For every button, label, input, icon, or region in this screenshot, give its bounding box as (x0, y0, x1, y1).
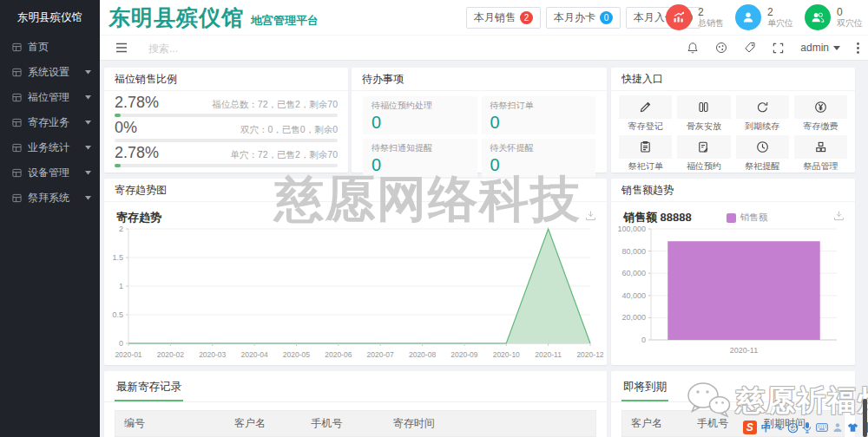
chevron-down-icon (85, 121, 91, 124)
chevron-down-icon (85, 196, 91, 199)
users-icon (805, 4, 831, 30)
sidebar-item-system-settings[interactable]: 系统设置 (0, 60, 100, 85)
deposit-trend-card: 寄存趋势图 寄存趋势 00.511.522020-012020-022020-0… (104, 179, 607, 365)
menu-grid-icon (12, 118, 22, 127)
svg-text:2020-01: 2020-01 (115, 350, 141, 359)
ratio-row-double: 0% 双穴：0，已售0，剩余0 (115, 117, 338, 142)
quick-sacrifice-reminder[interactable]: 祭祀提醒 (736, 135, 789, 173)
brand: 东明县殡仪馆 地宫管理平台 (108, 0, 319, 35)
svg-text:80,000: 80,000 (621, 247, 646, 256)
sidebar-item-worship-system[interactable]: 祭拜系统 (0, 186, 100, 211)
svg-text:2020-06: 2020-06 (325, 350, 352, 359)
sidebar-item-device-management[interactable]: 设备管理 (0, 160, 100, 186)
tab-latest-records[interactable]: 最新寄存记录 (115, 380, 183, 401)
keyboard-icon[interactable] (816, 423, 828, 432)
svg-text:2020-05: 2020-05 (283, 350, 310, 359)
theme-icon[interactable] (715, 42, 727, 54)
chart-up-icon (666, 4, 692, 30)
progress-bar (115, 164, 338, 167)
svg-text:1: 1 (119, 282, 123, 290)
month-sales-button[interactable]: 本月销售 2 (466, 7, 541, 29)
svg-text:100,000: 100,000 (617, 225, 646, 233)
menu-grid-icon (12, 42, 22, 52)
sidebar: 东明县殡仪馆 首页 系统设置 福位管理 寄存业务 (0, 0, 100, 437)
svg-text:0: 0 (641, 336, 646, 344)
month-sales-badge: 2 (520, 11, 533, 24)
chevron-down-icon (833, 46, 840, 50)
renew-icon (736, 95, 789, 119)
bell-icon[interactable] (687, 42, 699, 54)
scrollbar-thumb[interactable] (863, 399, 867, 437)
todo-care-reminders[interactable]: 待关怀提醒 0 (482, 139, 596, 177)
quick-storage-payment[interactable]: 寄存缴费 (794, 95, 847, 133)
chevron-down-icon (85, 70, 91, 74)
emoji-icon[interactable] (787, 422, 799, 434)
deposit-trend-chart: 00.511.522020-012020-022020-032020-04202… (106, 222, 604, 362)
toolbar-actions: admin (687, 36, 859, 60)
search-input[interactable] (147, 38, 306, 59)
menu-grid-icon (12, 68, 22, 77)
svg-text:2020-11: 2020-11 (535, 350, 562, 359)
kpi-total-sales: 2 总销售 (666, 4, 724, 30)
tabs: 最新寄存记录 (104, 371, 607, 402)
quick-storage-register[interactable]: 寄存登记 (619, 95, 672, 133)
person-icon[interactable] (832, 422, 843, 433)
booking-edit-icon (677, 135, 730, 159)
microphone-icon[interactable] (803, 421, 812, 434)
sidebar-item-business-stats[interactable]: 业务统计 (0, 135, 100, 160)
toolbar: admin (100, 35, 868, 61)
more-options-icon[interactable] (857, 42, 859, 54)
sidebar-app-title: 东明县殡仪馆 (0, 0, 100, 35)
menu-grid-icon (12, 143, 22, 153)
svg-text:2020-07: 2020-07 (367, 350, 394, 359)
chevron-down-icon (85, 146, 91, 149)
todo-card: 待办事项 待福位预约处理 0 待祭扫订单 0 待祭扫通知提醒 0 待关怀提醒 0 (352, 68, 607, 173)
legend: 销售额 (727, 212, 768, 224)
svg-text:2020-04: 2020-04 (240, 350, 267, 359)
quick-renewal[interactable]: 到期续存 (736, 95, 789, 133)
sidebar-item-slot-management[interactable]: 福位管理 (0, 85, 100, 110)
kpi-single-slots: 2 单穴位 (735, 4, 793, 30)
svg-text:2020-03: 2020-03 (199, 350, 226, 359)
legend-swatch (727, 213, 736, 223)
skin-icon[interactable] (847, 422, 858, 433)
collapse-menu-icon[interactable] (115, 42, 128, 53)
chinese-mode-icon[interactable]: 中 (761, 421, 771, 434)
sogou-logo-icon[interactable]: S (743, 421, 757, 434)
download-chart-icon[interactable] (833, 210, 845, 221)
svg-text:2: 2 (119, 225, 123, 233)
user-icon (735, 4, 761, 30)
kpi-summary: 2 总销售 2 单穴位 0 双穴位 (666, 0, 863, 35)
chevron-down-icon (85, 95, 91, 99)
svg-text:2020-12: 2020-12 (576, 350, 603, 359)
sidebar-item-home[interactable]: 首页 (0, 35, 100, 60)
latest-records-table: 编号 客户名 手机号 寄存时间 REG-186420201114144615 哈… (115, 410, 596, 437)
todo-sweep-notices[interactable]: 待祭扫通知提醒 0 (363, 139, 477, 177)
month-cards-button[interactable]: 本月办卡 0 (546, 7, 621, 29)
sales-amount-card: 销售额趋势 销售额 88888 销售额 020,00040,00060,0008… (611, 179, 855, 365)
tab-expiring-soon[interactable]: 即将到期 (621, 380, 668, 401)
topbar: 东明县殡仪馆 地宫管理平台 本月销售 2 本月办卡 0 本月入住 0 (100, 0, 868, 35)
dashboard-page: 东明县殡仪馆 首页 系统设置 福位管理 寄存业务 (0, 0, 868, 437)
svg-text:0.5: 0.5 (112, 310, 123, 319)
todo-sweep-orders[interactable]: 待祭扫订单 0 (482, 96, 596, 134)
month-cards-badge: 0 (600, 11, 613, 24)
menu-grid-icon (12, 93, 22, 102)
quick-ashes-placement[interactable]: 骨灰安放 (677, 95, 730, 133)
pen-icon[interactable]: ✎ (775, 422, 783, 434)
chevron-down-icon (85, 171, 91, 174)
quick-sacrifice-orders[interactable]: 祭祀订单 (619, 135, 672, 173)
svg-text:2020-02: 2020-02 (157, 350, 184, 359)
quick-slot-booking[interactable]: 福位预约 (677, 135, 730, 173)
quick-offering-management[interactable]: 祭品管理 (794, 135, 847, 173)
fullscreen-icon[interactable] (773, 42, 784, 54)
tag-icon[interactable] (744, 42, 756, 54)
user-menu[interactable]: admin (800, 42, 840, 54)
svg-text:1.5: 1.5 (112, 253, 123, 262)
tabs: 即将到期 (611, 371, 855, 402)
card-title: 销售额趋势 (611, 179, 855, 202)
todo-slot-reservations[interactable]: 待福位预约处理 0 (363, 96, 477, 134)
download-chart-icon[interactable] (585, 210, 596, 221)
sidebar-item-storage-business[interactable]: 寄存业务 (0, 110, 100, 135)
svg-text:2020-09: 2020-09 (450, 350, 477, 359)
